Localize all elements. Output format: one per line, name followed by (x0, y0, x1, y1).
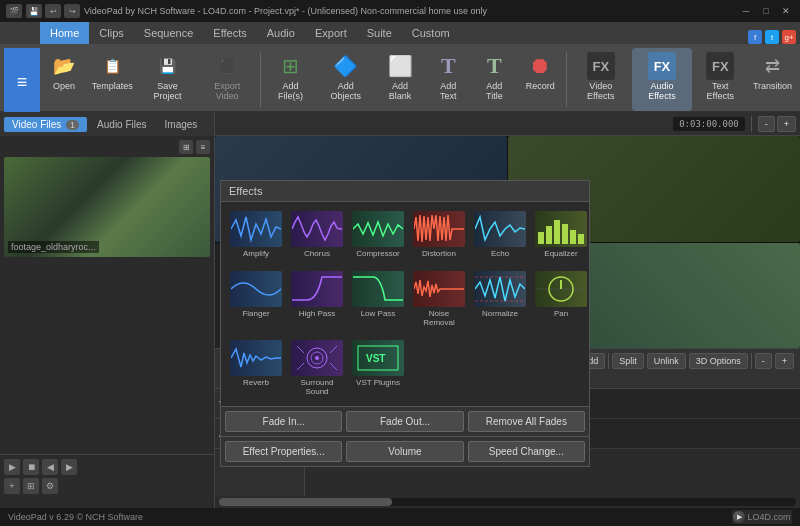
3d-options-button[interactable]: 3D Options (689, 353, 748, 369)
tab-clips[interactable]: Clips (89, 22, 133, 44)
sep (608, 353, 609, 369)
add-blank-icon: ⬜ (386, 52, 414, 80)
reverb-icon (230, 340, 282, 376)
menu-button[interactable]: ≡ (4, 48, 40, 116)
text-effects-button[interactable]: FX Text Effects (694, 48, 747, 111)
ribbon: ≡ 📂 Open 📋 Templates 💾 Save Project ⬛ Ex… (0, 44, 800, 112)
close-button[interactable]: ✕ (778, 4, 794, 18)
effect-surround-sound[interactable]: Surround Sound (288, 337, 346, 400)
zoom-in-button[interactable]: + (777, 116, 796, 132)
svg-rect-2 (554, 220, 560, 244)
menu-icon: ≡ (17, 72, 28, 93)
speed-change-button[interactable]: Speed Change... (468, 441, 585, 462)
effect-echo[interactable]: Echo (471, 208, 529, 262)
prev-frame-button[interactable]: ◀ (42, 459, 58, 475)
media-thumbnail[interactable]: footage_oldharyroc... (4, 157, 210, 257)
toolbar-sep (751, 116, 752, 132)
redo-icon[interactable]: ↪ (64, 4, 80, 18)
add-to-timeline-button[interactable]: + (4, 478, 20, 494)
effect-noise-removal[interactable]: Noise Removal (410, 268, 468, 331)
save-project-label: Save Project (145, 82, 191, 102)
lowpass-icon (352, 271, 404, 307)
media-thumb-label: footage_oldharyroc... (8, 241, 99, 253)
timeline-scrollbar[interactable] (219, 498, 796, 506)
effect-distortion[interactable]: Distortion (410, 208, 468, 262)
video-effects-button[interactable]: FX Video Effects (571, 48, 630, 111)
add-title-button[interactable]: T Add Title (472, 48, 516, 111)
record-button[interactable]: ⏺ Record (518, 48, 562, 111)
templates-icon: 📋 (98, 52, 126, 80)
zoom-timeline-out[interactable]: - (755, 353, 772, 369)
effect-highpass[interactable]: High Pass (288, 268, 346, 331)
tab-sequence[interactable]: Sequence (134, 22, 204, 44)
effect-chorus[interactable]: Chorus (288, 208, 346, 262)
tab-home[interactable]: Home (40, 22, 89, 44)
add-title-label: Add Title (478, 82, 510, 102)
svg-rect-5 (578, 234, 584, 244)
zoom-timeline-in[interactable]: + (775, 353, 794, 369)
next-frame-button[interactable]: ▶ (61, 459, 77, 475)
templates-button[interactable]: 📋 Templates (88, 48, 137, 111)
tab-custom[interactable]: Custom (402, 22, 460, 44)
add-text-button[interactable]: T Add Text (426, 48, 470, 111)
transition-button[interactable]: ⇄ Transition (749, 48, 796, 111)
tab-export[interactable]: Export (305, 22, 357, 44)
normalize-label: Normalize (482, 309, 518, 319)
effect-reverb[interactable]: Reverb (227, 337, 285, 400)
ribbon-tabs: Home Clips Sequence Effects Audio Export… (0, 22, 800, 44)
volume-button[interactable]: Volume (346, 441, 463, 462)
add-files-button[interactable]: ⊞ Add File(s) (265, 48, 316, 111)
remove-all-fades-button[interactable]: Remove All Fades (468, 411, 585, 432)
effect-pan[interactable]: Pan (532, 268, 590, 331)
noise-removal-icon (413, 271, 465, 307)
audio-effects-icon: FX (648, 52, 676, 80)
effect-vst-plugins[interactable]: VST VST Plugins (349, 337, 407, 400)
bottom-row-1: ▶ ⏹ ◀ ▶ (4, 459, 210, 475)
tab-audio[interactable]: Audio (257, 22, 305, 44)
settings-small-button[interactable]: ⚙ (42, 478, 58, 494)
media-view-icon[interactable]: ⊞ (179, 140, 193, 154)
effect-normalize[interactable]: Normalize (471, 268, 529, 331)
fade-in-button[interactable]: Fade In... (225, 411, 342, 432)
transition-icon: ⇄ (758, 52, 786, 80)
stop-button[interactable]: ⏹ (23, 459, 39, 475)
tab-suite[interactable]: Suite (357, 22, 402, 44)
save-icon[interactable]: 💾 (26, 4, 42, 18)
effects-grid-row3: Reverb Surround Sou (221, 337, 589, 406)
tab-effects[interactable]: Effects (203, 22, 256, 44)
unlink-button[interactable]: Unlink (647, 353, 686, 369)
split-button[interactable]: Split (612, 353, 644, 369)
minimize-button[interactable]: ─ (738, 4, 754, 18)
play-button[interactable]: ▶ (4, 459, 20, 475)
tab-video-files[interactable]: Video Files 1 (4, 117, 87, 132)
maximize-button[interactable]: □ (758, 4, 774, 18)
media-list-icon[interactable]: ≡ (196, 140, 210, 154)
save-project-button[interactable]: 💾 Save Project (139, 48, 197, 111)
add-blank-button[interactable]: ⬜ Add Blank (376, 48, 425, 111)
effects-overlay: Effects Amplify (220, 180, 590, 467)
video-files-badge: 1 (66, 120, 79, 130)
snap-button[interactable]: ⊞ (23, 478, 39, 494)
svg-line-15 (330, 346, 337, 353)
effect-flanger[interactable]: Flanger (227, 268, 285, 331)
tab-images[interactable]: Images (157, 117, 206, 132)
add-text-label: Add Text (432, 82, 464, 102)
tab-audio-files[interactable]: Audio Files (89, 117, 154, 132)
zoom-out-button[interactable]: - (758, 116, 775, 132)
effect-properties-button[interactable]: Effect Properties... (225, 441, 342, 462)
export-video-label: Export Video (204, 82, 250, 102)
open-button[interactable]: 📂 Open (42, 48, 86, 111)
surround-icon (291, 340, 343, 376)
effect-amplify[interactable]: Amplify (227, 208, 285, 262)
title-text: VideoPad by NCH Software - LO4D.com - Pr… (84, 6, 487, 16)
effect-equalizer[interactable]: Equalizer (532, 208, 590, 262)
fade-out-button[interactable]: Fade Out... (346, 411, 463, 432)
export-video-button[interactable]: ⬛ Export Video (198, 48, 256, 111)
compressor-waveform (353, 212, 403, 246)
scrollbar-thumb[interactable] (219, 498, 392, 506)
effect-lowpass[interactable]: Low Pass (349, 268, 407, 331)
add-objects-button[interactable]: 🔷 Add Objects (318, 48, 374, 111)
effect-compressor[interactable]: Compressor (349, 208, 407, 262)
undo-icon[interactable]: ↩ (45, 4, 61, 18)
audio-effects-button[interactable]: FX Audio Effects (632, 48, 691, 111)
